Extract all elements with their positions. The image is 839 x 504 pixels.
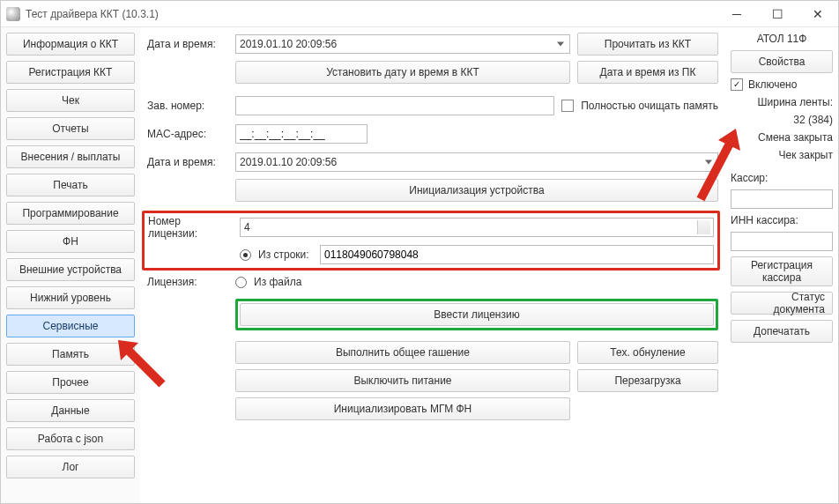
sidebar-item-info[interactable]: Информация о ККТ xyxy=(6,33,135,56)
tape-width-label: Ширина ленты: xyxy=(731,96,833,108)
close-button[interactable]: ✕ xyxy=(798,1,838,27)
power-off-button[interactable]: Выключить питание xyxy=(235,369,570,392)
license-no-input[interactable]: 4 xyxy=(240,218,714,237)
device-name: АТОЛ 11Ф xyxy=(731,33,833,45)
datetime-select[interactable]: 2019.01.10 20:09:56 xyxy=(235,34,570,54)
datetime-label: Дата и время: xyxy=(147,38,228,50)
sidebar-item-lowlevel[interactable]: Нижний уровень xyxy=(6,286,135,309)
sidebar-item-memory[interactable]: Память xyxy=(6,343,135,366)
sidebar-item-deposits[interactable]: Внесения / выплаты xyxy=(6,145,135,168)
sidebar-item-log[interactable]: Лог xyxy=(6,456,135,478)
cashier-inn-input[interactable] xyxy=(731,232,833,251)
check-status: Чек закрыт xyxy=(731,149,833,161)
enabled-label: Включено xyxy=(748,78,797,91)
sidebar-item-print[interactable]: Печать xyxy=(6,174,135,196)
fullclear-checkbox[interactable] xyxy=(561,100,574,112)
enter-license-button[interactable]: Ввести лицензию xyxy=(240,303,714,326)
window-title: Тест драйвера ККТ (10.3.1) xyxy=(26,8,159,20)
datetime-from-pc-button[interactable]: Дата и время из ПК xyxy=(577,61,718,84)
sidebar-item-service[interactable]: Сервисные xyxy=(6,315,135,337)
sidebar-item-misc[interactable]: Прочее xyxy=(6,371,135,394)
tape-width-value: 32 (384) xyxy=(731,114,833,126)
license-no-label: Номер лицензии: xyxy=(148,215,233,240)
license-highlight: Номер лицензии: 4 Из строки: xyxy=(142,211,720,271)
app-icon xyxy=(6,7,20,21)
main-panel: Дата и время: 2019.01.10 20:09:56 Прочит… xyxy=(140,27,725,503)
register-cashier-button[interactable]: Регистрация кассира xyxy=(731,256,833,286)
cashier-input[interactable] xyxy=(731,189,833,209)
license-label: Лицензия: xyxy=(147,276,228,288)
sidebar: Информация о ККТ Регистрация ККТ Чек Отч… xyxy=(1,27,140,503)
sidebar-item-external[interactable]: Внешние устройства xyxy=(6,258,135,281)
tech-reset-button[interactable]: Тех. обнуление xyxy=(577,341,718,364)
shift-status: Смена закрыта xyxy=(731,131,833,144)
sidebar-item-reports[interactable]: Отчеты xyxy=(6,117,135,140)
from-file-radio[interactable] xyxy=(235,277,247,288)
minimize-button[interactable]: ─ xyxy=(716,1,757,27)
serial-input[interactable] xyxy=(235,96,554,115)
sidebar-item-fn[interactable]: ФН xyxy=(6,230,135,253)
serial-label: Зав. номер: xyxy=(147,100,228,112)
datetime2-label: Дата и время: xyxy=(147,156,228,168)
datetime2-value: 2019.01.10 20:09:56 xyxy=(240,156,337,168)
sidebar-item-check[interactable]: Чек xyxy=(6,89,135,112)
sidebar-item-json[interactable]: Работа с json xyxy=(6,427,135,450)
from-string-input[interactable] xyxy=(320,245,714,264)
datetime2-select[interactable]: 2019.01.10 20:09:56 xyxy=(235,152,718,172)
doc-status-button[interactable]: Статус документа xyxy=(731,292,833,315)
init-mgm-button[interactable]: Инициализировать МГМ ФН xyxy=(235,397,570,420)
datetime-value: 2019.01.10 20:09:56 xyxy=(240,38,337,50)
init-device-button[interactable]: Инициализация устройства xyxy=(235,179,718,202)
fullclear-label: Полностью очищать память xyxy=(581,100,718,112)
sidebar-item-programming[interactable]: Программирование xyxy=(6,202,135,225)
right-panel: АТОЛ 11Ф Свойства Включено Ширина ленты:… xyxy=(725,27,838,503)
sidebar-item-data[interactable]: Данные xyxy=(6,399,135,422)
sidebar-item-registration[interactable]: Регистрация ККТ xyxy=(6,61,135,84)
reboot-button[interactable]: Перезагрузка xyxy=(577,369,718,392)
set-datetime-kkt-button[interactable]: Установить дату и время в ККТ xyxy=(235,61,570,84)
full-clear-button[interactable]: Выполнить общее гашение xyxy=(235,341,570,364)
maximize-button[interactable]: ☐ xyxy=(757,1,798,27)
titlebar: Тест драйвера ККТ (10.3.1) ─ ☐ ✕ xyxy=(1,1,838,27)
cashier-label: Кассир: xyxy=(731,172,833,184)
from-string-label: Из строки: xyxy=(258,248,313,261)
from-string-radio[interactable] xyxy=(240,249,251,261)
read-from-kkt-button[interactable]: Прочитать из ККТ xyxy=(577,33,718,56)
mac-input[interactable] xyxy=(235,124,368,144)
cashier-inn-label: ИНН кассира: xyxy=(731,214,833,226)
print-more-button[interactable]: Допечатать xyxy=(731,320,833,343)
from-file-label: Из файла xyxy=(254,276,301,288)
enter-license-highlight: Ввести лицензию xyxy=(235,299,718,330)
properties-button[interactable]: Свойства xyxy=(731,50,833,73)
enabled-checkbox[interactable] xyxy=(731,78,743,91)
mac-label: MAC-адрес: xyxy=(147,128,228,140)
